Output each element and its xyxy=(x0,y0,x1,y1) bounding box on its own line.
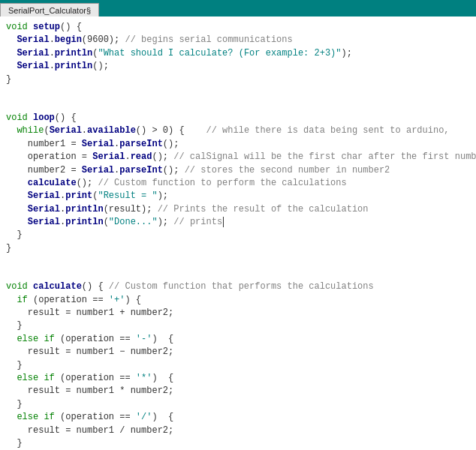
code-line-24: } xyxy=(6,320,470,332)
code-line-27: } xyxy=(6,359,470,372)
code-line-15: Serial.println(result); // Prints the re… xyxy=(6,203,470,216)
code-line-21: void calculate() { // Custom function th… xyxy=(6,280,470,293)
code-editor[interactable]: void setup() { Serial.begin(9600); // be… xyxy=(0,16,476,450)
code-line-30: } xyxy=(6,398,470,411)
code-line-4: Serial.println(); xyxy=(6,60,470,73)
code-line-29: result = number1 * number2; xyxy=(6,385,470,398)
code-line-26: result = number1 − number2; xyxy=(6,346,470,358)
code-line-2: Serial.begin(9600); // begins serial com… xyxy=(6,34,470,46)
code-line-18: } xyxy=(6,242,470,255)
code-line-33: } xyxy=(6,437,470,450)
code-line-32: result = number1 / number2; xyxy=(6,424,470,437)
code-line-25: else if (operation == '-') { xyxy=(6,333,470,346)
code-line-1: void setup() { xyxy=(6,21,470,34)
code-line-10: number1 = Serial.parseInt(); xyxy=(6,138,470,151)
code-line-13: calculate(); // Custom function to perfo… xyxy=(6,177,470,190)
tab-serialport-calculator[interactable]: SerialPort_Calculator§ xyxy=(0,3,99,16)
code-line-9: while(Serial.available() > 0) { // while… xyxy=(6,124,470,137)
code-line-12: number2 = Serial.parseInt(); // stores t… xyxy=(6,164,470,177)
code-line-5: } xyxy=(6,74,470,86)
code-line-14: Serial.print("Result = "); xyxy=(6,190,470,202)
code-line-11: operation = Serial.read(); // calSignal … xyxy=(6,151,470,164)
code-line-28: else if (operation == '*') { xyxy=(6,372,470,385)
tab-bar: SerialPort_Calculator§ xyxy=(0,0,476,16)
code-line-16: Serial.println("Done..."); // prints xyxy=(6,216,470,229)
empty-line-4 xyxy=(6,268,470,280)
empty-line-2 xyxy=(6,99,470,112)
tab-label: SerialPort_Calculator§ xyxy=(8,6,91,15)
empty-line-3 xyxy=(6,255,470,268)
code-line-31: else if (operation == '/') { xyxy=(6,411,470,424)
code-line-23: result = number1 + number2; xyxy=(6,307,470,320)
code-line-17: } xyxy=(6,229,470,242)
code-line-3: Serial.println("What should I calculate?… xyxy=(6,47,470,60)
code-line-22: if (operation == '+') { xyxy=(6,294,470,307)
code-line-8: void loop() { xyxy=(6,112,470,124)
empty-line-1 xyxy=(6,86,470,99)
